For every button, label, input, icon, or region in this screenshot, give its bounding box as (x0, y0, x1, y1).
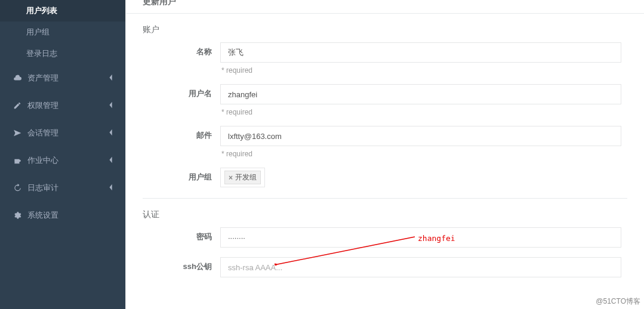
username-label: 用户名 (143, 84, 220, 122)
section-account-title: 账户 (143, 24, 627, 35)
sidebar-item-sessions[interactable]: 会话管理 (0, 119, 125, 147)
groups-label: 用户组 (143, 168, 220, 187)
chevron-left-icon (109, 184, 113, 193)
username-required-text: * required (220, 104, 621, 122)
sshkey-input[interactable] (220, 257, 621, 277)
group-tag-label: 开发组 (235, 172, 257, 183)
sidebar-item-assets[interactable]: 资产管理 (0, 64, 125, 92)
history-icon (13, 184, 21, 192)
section-auth-title: 认证 (143, 209, 627, 220)
plane-icon (13, 129, 21, 137)
sidebar-item-label: 会话管理 (27, 128, 58, 138)
chevron-left-icon (109, 156, 113, 165)
name-label: 名称 (143, 42, 220, 81)
remove-tag-icon[interactable]: × (229, 174, 233, 182)
group-tag: × 开发组 (224, 171, 261, 184)
gears-icon (13, 211, 21, 220)
sidebar-item-settings[interactable]: 系统设置 (0, 202, 125, 229)
sidebar-item-label: 权限管理 (27, 100, 58, 111)
sidebar-item-label: 日志审计 (27, 183, 58, 193)
name-input[interactable] (220, 42, 621, 63)
email-required-text: * required (220, 146, 621, 164)
edit-icon (13, 101, 21, 110)
email-label: 邮件 (143, 126, 220, 164)
sidebar-item-label: 系统设置 (27, 210, 58, 221)
sidebar-item-label: 资产管理 (27, 73, 58, 84)
sidebar-item-perms[interactable]: 权限管理 (0, 92, 125, 119)
page-title: 更新用户 (126, 0, 644, 13)
sidebar-item-tasks[interactable]: 作业中心 (0, 147, 125, 174)
chevron-left-icon (109, 129, 113, 138)
coffee-icon (13, 156, 21, 165)
sidebar-item-label: 作业中心 (27, 155, 58, 166)
sidebar-item-audit[interactable]: 日志审计 (0, 174, 125, 202)
groups-select[interactable]: × 开发组 (220, 168, 265, 187)
sidebar-item-label: 登录日志 (26, 49, 57, 58)
main-content: 更新用户 账户 名称 * required 用户名 * required 邮件 (125, 0, 644, 309)
divider (126, 13, 644, 14)
sidebar-item-user-list[interactable]: 用户列表 (0, 0, 125, 21)
sidebar: 用户列表 用户组 登录日志 资产管理 权限管理 (0, 0, 125, 309)
sidebar-item-user-groups[interactable]: 用户组 (0, 21, 125, 43)
username-input[interactable] (220, 84, 621, 104)
chevron-left-icon (109, 74, 113, 83)
sidebar-item-label: 用户列表 (26, 6, 57, 15)
sshkey-label: ssh公钥 (143, 257, 220, 277)
name-required-text: * required (220, 63, 621, 81)
password-label: 密码 (143, 227, 220, 248)
email-input[interactable] (220, 126, 621, 146)
chevron-left-icon (109, 101, 113, 110)
watermark: @51CTO博客 (596, 296, 640, 307)
divider (143, 198, 627, 199)
sidebar-item-label: 用户组 (26, 27, 50, 36)
sidebar-item-login-log[interactable]: 登录日志 (0, 43, 125, 64)
cloud-icon (13, 74, 21, 82)
annotation-label: zhangfei (418, 234, 455, 243)
